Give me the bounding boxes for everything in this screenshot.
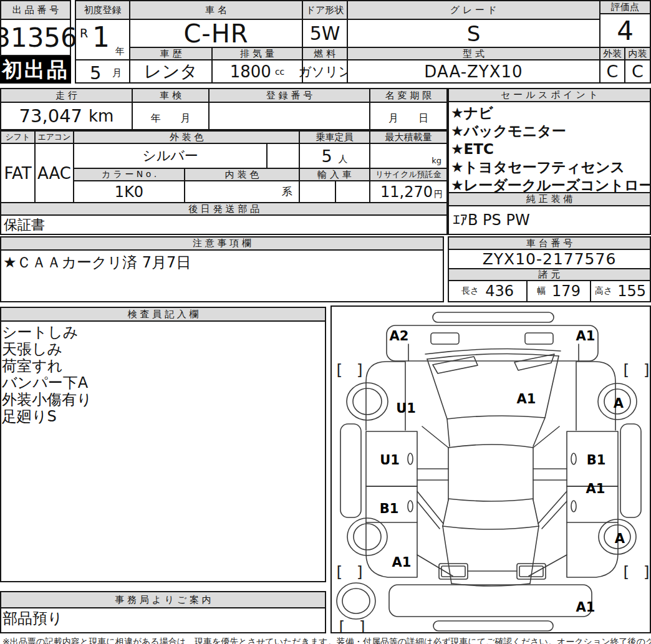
score-header: 評価点 — [599, 0, 651, 14]
sales-points-list: ★ナビ ★バックモニター ★ETC ★トヨタセーフティセンス ★レーダークルーズ… — [448, 101, 651, 193]
windshield-top-inner — [427, 353, 559, 359]
recycle-deposit-value: 11,270 円 — [369, 180, 448, 203]
car-outline — [337, 312, 641, 631]
front-right-fender — [576, 362, 615, 430]
height-label: 高さ — [595, 286, 612, 297]
car-diagram: [ ] [ ] [ ] [ ] [ ] A2 A1 A1 U1 A U1 B1 … — [332, 307, 650, 632]
capacity-value: 5 人 — [299, 143, 370, 169]
ac-header: エアコン — [34, 130, 74, 144]
damage-label-rear-right-wheel: A — [615, 531, 625, 546]
chassis-number-value: ZYX10-2177576 — [448, 249, 651, 269]
displacement-unit: cc — [275, 67, 284, 77]
recycle-unit: 円 — [434, 189, 443, 200]
inspector-note-item: 外装小傷有り — [2, 392, 325, 408]
exterior-color-value: シルバー — [73, 143, 268, 169]
score-value: 4 — [599, 13, 651, 48]
rear-right-bracket-close-icon: ] — [642, 563, 650, 581]
mileage-number: 73,047 — [19, 105, 82, 127]
displacement-number: 1800 — [230, 62, 271, 81]
rear-bumper-strip — [433, 621, 553, 631]
rear-bumper — [389, 585, 592, 617]
sales-point-item: ★バックモニター — [451, 122, 650, 140]
door-shape-header: ドア形状 — [302, 0, 348, 20]
grade-value: S — [347, 19, 600, 48]
office-notice-body: 部品預り — [0, 607, 326, 633]
spec-length-cell: 長さ 436 — [448, 280, 528, 302]
front-left-bracket-close-icon: ] — [355, 361, 365, 379]
damage-label-rear-right-door: A1 — [586, 481, 605, 496]
right-wiper — [514, 354, 554, 370]
left-sill — [340, 424, 361, 517]
door-shape-value: 5W — [302, 19, 348, 48]
recycle-number: 11,270 — [380, 183, 433, 201]
front-right-bracket-close-icon: ] — [642, 361, 650, 379]
era-letter: R — [80, 26, 88, 40]
spec-header: 諸 元 — [448, 268, 651, 281]
inspector-note-item: 天張しみ — [2, 341, 325, 358]
payload-header: 最大積載量 — [369, 130, 448, 144]
era-year: 1 — [92, 21, 110, 53]
ac-value: AAC — [34, 143, 74, 203]
import-value-right — [335, 180, 370, 203]
registration-number-header: 登 録 番 号 — [208, 88, 370, 103]
sales-point-item: ★ナビ — [451, 104, 650, 122]
oem-equipment-header: 純 正 装 備 — [448, 192, 651, 206]
shift-value: FAT — [0, 143, 36, 203]
left-wiper — [433, 357, 478, 373]
damage-label-hood-left: A2 — [390, 329, 409, 344]
rename-deadline-value: 月 日 — [369, 102, 448, 130]
later-shipped-parts-value: 保証書 — [0, 214, 448, 235]
rear-window-sides — [443, 500, 539, 526]
shaken-value: 年 月 — [132, 102, 210, 130]
roof-front-edge — [448, 445, 533, 448]
exterior-color-header: 外 装 色 — [73, 130, 300, 144]
left-headlight — [431, 333, 459, 344]
displacement-value: 1800 cc — [211, 59, 303, 84]
exterior-color-subcell — [266, 143, 300, 169]
displacement-header: 排 気 量 — [211, 47, 303, 60]
reg-month: 5 — [90, 62, 101, 84]
exterior-grade-value: C — [599, 59, 625, 84]
history-value: レンタ — [129, 59, 213, 84]
color-no-value: 1K0 — [73, 180, 185, 203]
car-name-value: C-HR — [129, 19, 303, 48]
footer-disclaimer: ※出品票の記載内容と現車に相違がある場合は、現車を優先とさせていただきます。装備… — [2, 637, 651, 644]
damage-label-front-right-door: B1 — [587, 453, 606, 468]
mileage-header: 走 行 — [0, 88, 133, 103]
inspector-note-item: シートしみ — [2, 324, 325, 341]
interior-color-value: 系 — [184, 180, 300, 203]
rear-right-quarter — [567, 522, 618, 577]
exterior-grade-header: 外装 — [599, 47, 625, 60]
lot-number-value: 31356 — [0, 19, 71, 56]
width-value: 179 — [552, 282, 581, 300]
payload-value: kg — [369, 143, 448, 169]
color-no-header: カ ラ ー N o . — [73, 168, 185, 181]
front-right-door-handle — [571, 453, 576, 464]
capacity-header: 乗車定員 — [299, 130, 370, 144]
grade-header: グ レ ー ド — [347, 0, 600, 20]
import-header: 輸 入 車 — [299, 168, 370, 181]
model-code-header: 型 式 — [347, 47, 600, 60]
inspector-note-item: 足廻りS — [2, 408, 325, 425]
roof-rear-edge — [448, 499, 533, 501]
lot-number-header: 出 品 番 号 — [0, 0, 71, 20]
mileage-unit: km — [89, 107, 113, 125]
damage-label-rear-bumper: A1 — [576, 600, 596, 615]
first-registration-year-cell: R 1 年 — [75, 19, 130, 60]
notes-body: ★ＣＡＡカークリ済 7月7日 — [0, 249, 444, 302]
rear-right-bracket-open-icon: [ — [621, 563, 630, 581]
right-headlight — [525, 333, 553, 344]
windshield-top-outer — [425, 348, 561, 354]
history-header: 車 歴 — [129, 47, 213, 60]
interior-grade-value: C — [624, 59, 651, 84]
length-value: 436 — [485, 282, 514, 300]
tailgate-sides — [443, 526, 539, 584]
damage-label-windshield: A1 — [517, 392, 536, 406]
rear-connectors — [417, 555, 567, 576]
capacity-unit: 人 — [339, 153, 348, 165]
auction-sheet: 出 品 番 号 31356 初出品 初度登録 R 1 年 5 月 車 名 C-H… — [0, 0, 651, 644]
height-value: 155 — [617, 282, 646, 300]
rear-left-door-handle — [408, 501, 413, 512]
first-listing-badge: 初出品 — [0, 56, 71, 84]
rear-right-door-handle — [571, 501, 576, 512]
